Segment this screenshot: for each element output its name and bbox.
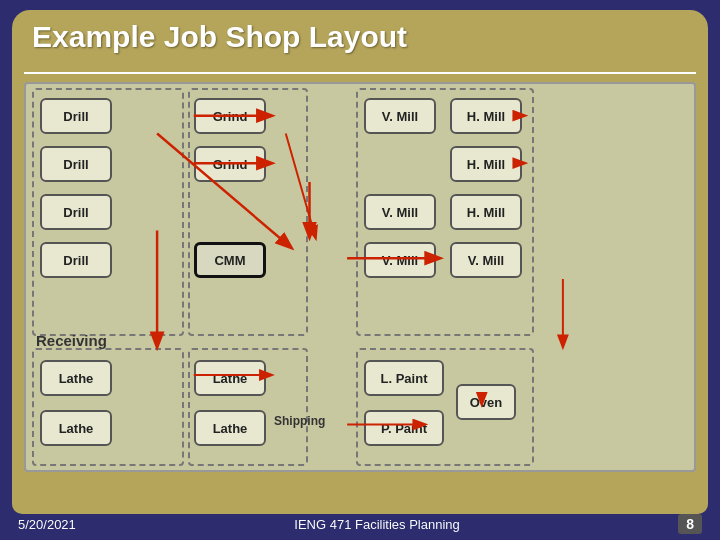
footer-page: 8: [678, 514, 702, 534]
ppaint-machine: P. Paint: [364, 410, 444, 446]
footer-course: IENG 471 Facilities Planning: [294, 517, 459, 532]
receiving-label: Receiving: [36, 332, 107, 349]
lathe-3: Lathe: [194, 360, 266, 396]
page-title: Example Job Shop Layout: [32, 20, 688, 54]
hmill-2: H. Mill: [450, 146, 522, 182]
lathe-1: Lathe: [40, 360, 112, 396]
drill-1: Drill: [40, 98, 112, 134]
footer: 5/20/2021 IENG 471 Facilities Planning 8: [18, 514, 702, 534]
main-area: Drill Drill Drill Drill Grind Grind CMM …: [12, 64, 708, 514]
vmill-1: V. Mill: [364, 98, 436, 134]
divider: [24, 72, 696, 74]
header: Example Job Shop Layout: [12, 10, 708, 64]
vmill-3: V. Mill: [364, 242, 436, 278]
hmill-3: H. Mill: [450, 194, 522, 230]
grind-1: Grind: [194, 98, 266, 134]
drill-2: Drill: [40, 146, 112, 182]
footer-date: 5/20/2021: [18, 517, 76, 532]
drill-4: Drill: [40, 242, 112, 278]
drill-3: Drill: [40, 194, 112, 230]
vmill-4: V. Mill: [450, 242, 522, 278]
vmill-2: V. Mill: [364, 194, 436, 230]
oven-machine: Oven: [456, 384, 516, 420]
shipping-label: Shipping: [274, 414, 325, 428]
lpaint-machine: L. Paint: [364, 360, 444, 396]
lathe-2: Lathe: [40, 410, 112, 446]
grind-2: Grind: [194, 146, 266, 182]
shop-floor: Drill Drill Drill Drill Grind Grind CMM …: [24, 82, 696, 472]
cmm-machine: CMM: [194, 242, 266, 278]
hmill-1: H. Mill: [450, 98, 522, 134]
lathe-4: Lathe: [194, 410, 266, 446]
